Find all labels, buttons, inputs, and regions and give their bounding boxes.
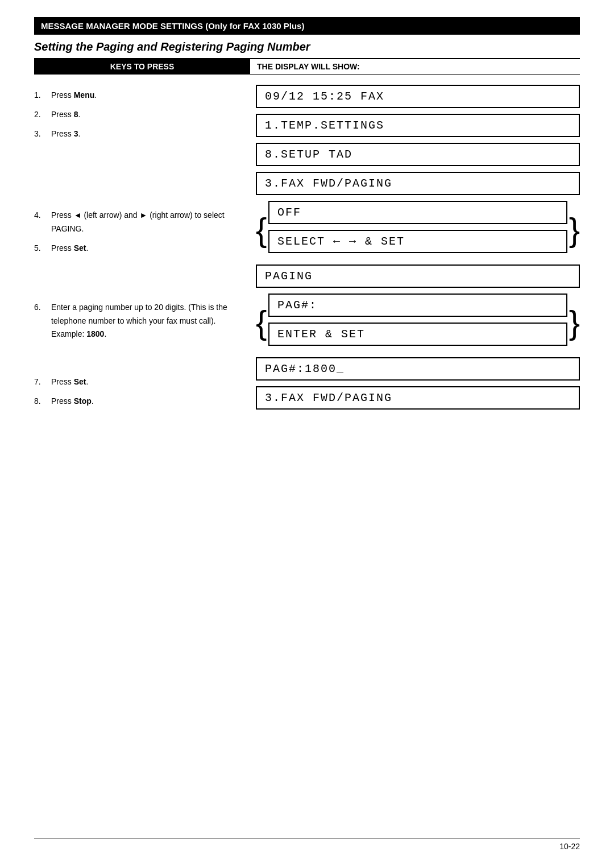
screen-setup-tad: 8.SETUP TAD [256, 143, 580, 166]
left-brace-off: { [256, 213, 267, 246]
screen-fax-fwd-paging-2: 3.FAX FWD/PAGING [256, 386, 580, 410]
step-4: 4. Press ◄ (left arrow) and ► (right arr… [34, 209, 239, 236]
screen-enter-set: ENTER & SET [268, 323, 567, 346]
display-will-show-header: THE DISPLAY WILL SHOW: [250, 59, 580, 74]
left-col-header-wrap: KEYS TO PRESS [34, 59, 250, 74]
step-8-num: 8. [34, 395, 51, 408]
bracket-right-off: } [567, 201, 580, 259]
off-select-stack: OFF SELECT ← → & SET [268, 201, 567, 259]
step-2-num: 2. [34, 108, 51, 122]
step-4-text: Press ◄ (left arrow) and ► (right arrow)… [51, 209, 239, 236]
page-header-text: MESSAGE MANAGER MODE SETTINGS (Only for … [41, 21, 304, 31]
pag-enter-stack: PAG#: ENTER & SET [268, 294, 567, 352]
step-3: 3. Press 3. [34, 127, 239, 141]
screen-off: OFF [268, 201, 567, 224]
page-header-box: MESSAGE MANAGER MODE SETTINGS (Only for … [34, 17, 580, 35]
step-6: 6. Enter a paging number up to 20 digits… [34, 301, 239, 341]
screen-fax-fwd-paging-1: 3.FAX FWD/PAGING [256, 172, 580, 195]
step-6-text: Enter a paging number up to 20 digits. (… [51, 301, 239, 341]
step-8-text: Press Stop. [51, 395, 94, 408]
step-1: 1. Press Menu. [34, 89, 239, 102]
bracket-group-pag-enter: { PAG#: ENTER & SET } [256, 294, 580, 352]
instructions-list: 1. Press Menu. 2. Press 8. 3. Press 3. 4… [34, 80, 239, 408]
step-2-text: Press 8. [51, 108, 80, 122]
step-6-num: 6. [34, 301, 51, 315]
page-number: 10-22 [559, 842, 580, 851]
display-screens: 09/12 15:25 FAX 1.TEMP.SETTINGS 8.SETUP … [256, 80, 580, 410]
two-column-layout: 1. Press Menu. 2. Press 8. 3. Press 3. 4… [34, 75, 580, 415]
page-footer: 10-22 [34, 838, 580, 851]
screen-paging: PAGING [256, 264, 580, 288]
step-7-text: Press Set. [51, 375, 88, 389]
step-2: 2. Press 8. [34, 108, 239, 122]
screen-fax-time: 09/12 15:25 FAX [256, 85, 580, 108]
step-3-text: Press 3. [51, 127, 80, 141]
step-6-group: 6. Enter a paging number up to 20 digits… [34, 301, 239, 341]
keys-to-press-header: KEYS TO PRESS [34, 59, 250, 74]
screen-temp-settings: 1.TEMP.SETTINGS [256, 114, 580, 137]
step-5: 5. Press Set. [34, 242, 239, 255]
step-5-num: 5. [34, 242, 51, 255]
section-title: Setting the Paging and Registering Pagin… [34, 40, 580, 53]
step-8: 8. Press Stop. [34, 395, 239, 408]
right-brace-off: } [569, 213, 580, 246]
bracket-right-pag: } [567, 294, 580, 352]
right-brace-pag: } [569, 306, 580, 339]
step-4-group: 4. Press ◄ (left arrow) and ► (right arr… [34, 209, 239, 255]
step-1-text: Press Menu. [51, 89, 97, 102]
left-brace-pag: { [256, 306, 267, 339]
bracket-left-off: { [256, 201, 268, 259]
step-5-text: Press Set. [51, 242, 88, 255]
screen-select: SELECT ← → & SET [268, 230, 567, 253]
step-7-num: 7. [34, 375, 51, 389]
right-col-header-wrap: THE DISPLAY WILL SHOW: [250, 59, 580, 74]
bracket-left-pag: { [256, 294, 268, 352]
column-headers-row: KEYS TO PRESS THE DISPLAY WILL SHOW: [34, 59, 580, 75]
step-7-8-group: 7. Press Set. 8. Press Stop. [34, 375, 239, 408]
right-column: 09/12 15:25 FAX 1.TEMP.SETTINGS 8.SETUP … [250, 75, 580, 415]
step-7: 7. Press Set. [34, 375, 239, 389]
step-1-num: 1. [34, 89, 51, 102]
screen-pag-number: PAG#:1800_ [256, 357, 580, 381]
step-4-num: 4. [34, 209, 51, 222]
left-column: 1. Press Menu. 2. Press 8. 3. Press 3. 4… [34, 75, 250, 415]
step-3-num: 3. [34, 127, 51, 141]
screen-pag-hash: PAG#: [268, 294, 567, 317]
bracket-group-off-select: { OFF SELECT ← → & SET } [256, 201, 580, 259]
